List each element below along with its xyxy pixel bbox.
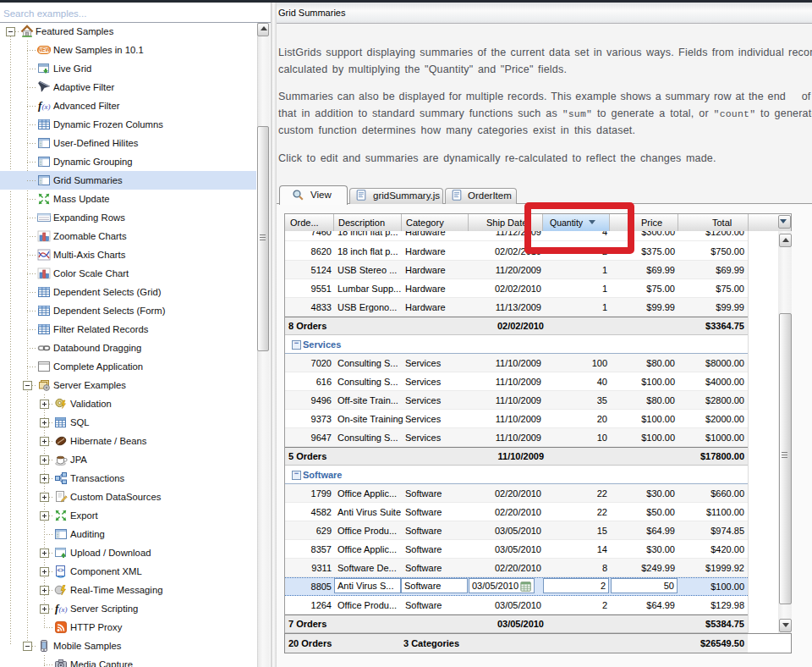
svg-text:<>: <> xyxy=(57,567,63,573)
svg-text:(x): (x) xyxy=(42,102,51,111)
svg-text:NEW: NEW xyxy=(38,47,51,52)
svg-text:(x): (x) xyxy=(59,605,68,614)
